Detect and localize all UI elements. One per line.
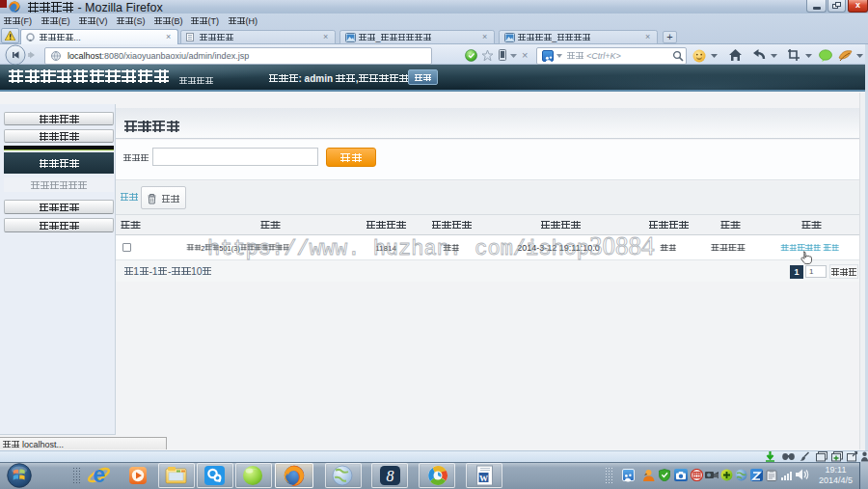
svg-text:W: W xyxy=(479,474,488,483)
svg-text:8: 8 xyxy=(387,468,394,484)
svg-text:e: e xyxy=(93,463,105,487)
